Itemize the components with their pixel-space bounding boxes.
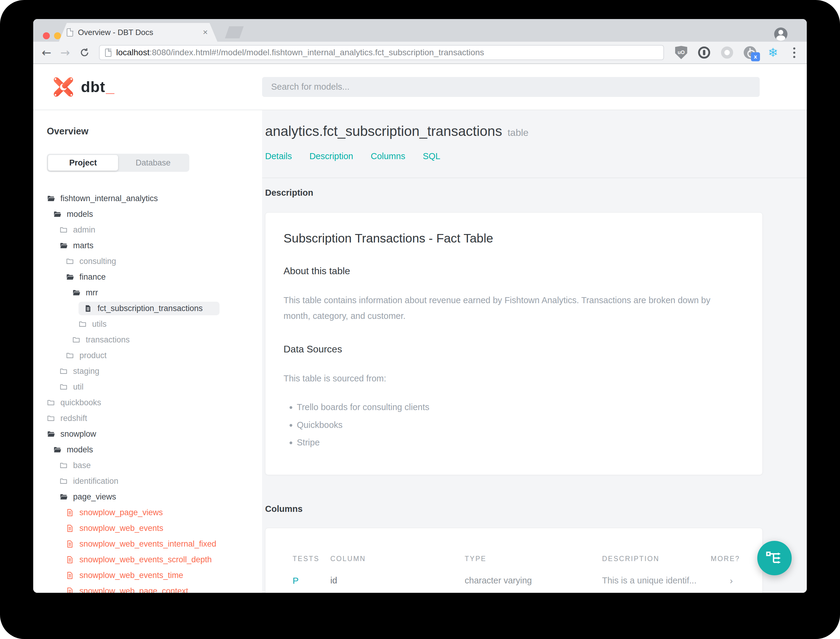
tree-item-snowplow[interactable]: snowplow bbox=[47, 426, 262, 442]
new-tab-button[interactable] bbox=[225, 26, 244, 38]
tab-close-icon[interactable]: × bbox=[201, 27, 210, 37]
tree-item-models[interactable]: models bbox=[47, 206, 262, 222]
onepassword-extension-icon[interactable] bbox=[698, 46, 710, 59]
tab-project[interactable]: Project bbox=[48, 155, 118, 171]
close-window-button[interactable] bbox=[43, 32, 50, 39]
table-row-customer_id[interactable]: F Ncustomer_idcharacter varyingThe uniqu… bbox=[292, 591, 735, 593]
reload-button[interactable] bbox=[79, 47, 90, 58]
tree-item-mrr[interactable]: mrr bbox=[47, 285, 262, 300]
ublock-extension-icon[interactable]: uO bbox=[675, 46, 688, 59]
browser-tab[interactable]: Overview - DBT Docs × bbox=[59, 23, 218, 42]
tree-item-transactions[interactable]: transactions bbox=[47, 332, 262, 348]
dbt-logo[interactable]: dbt_ bbox=[52, 76, 262, 98]
back-button[interactable]: ← bbox=[42, 47, 51, 58]
tree-item-label: finance bbox=[79, 272, 106, 282]
snowflake-extension-icon[interactable]: ❄ bbox=[767, 46, 779, 59]
folder-icon bbox=[78, 320, 87, 328]
loop-extension-icon[interactable] bbox=[721, 46, 734, 59]
project-database-toggle: ProjectDatabase bbox=[47, 154, 189, 172]
folder-icon bbox=[47, 399, 55, 407]
browser-tab-strip: Overview - DBT Docs × bbox=[33, 19, 807, 42]
tree-item-snowplow_web_events_time[interactable]: snowplow_web_events_time bbox=[47, 567, 262, 583]
browser-profile-avatar[interactable] bbox=[774, 27, 788, 41]
sidebar: Overview ProjectDatabase fishtown_intern… bbox=[33, 110, 262, 593]
dbt-app-header: dbt_ bbox=[33, 64, 807, 110]
model-search bbox=[262, 77, 760, 97]
folder-open-icon bbox=[53, 446, 61, 454]
tests-badge: P bbox=[292, 575, 330, 586]
address-bar[interactable]: localhost:8080/index.html#!/model/model.… bbox=[99, 45, 664, 60]
tree-item-label: snowplow bbox=[60, 429, 96, 439]
page-favicon-icon bbox=[67, 29, 73, 37]
dbt-logo-underscore: _ bbox=[106, 78, 114, 95]
tree-item-redshift[interactable]: redshift bbox=[47, 410, 262, 426]
tree-item-marts[interactable]: marts bbox=[47, 238, 262, 253]
sidebar-overview-title: Overview bbox=[47, 126, 262, 137]
file-outline-icon bbox=[66, 524, 74, 532]
nav-link-details[interactable]: Details bbox=[265, 151, 292, 161]
tree-item-utils[interactable]: utils bbox=[47, 316, 262, 332]
lineage-graph-button[interactable] bbox=[757, 541, 792, 575]
columns-card: TESTSCOLUMNTYPEDESCRIPTIONMORE? Pidchara… bbox=[265, 528, 763, 593]
tree-item-label: quickbooks bbox=[60, 398, 101, 407]
tree-item-snowplow_web_events_internal_fixed[interactable]: snowplow_web_events_internal_fixed bbox=[47, 536, 262, 552]
tree-item-page_views[interactable]: page_views bbox=[47, 489, 262, 505]
nav-link-description[interactable]: Description bbox=[310, 151, 353, 161]
tree-item-label: snowplow_web_events_scroll_depth bbox=[79, 555, 212, 564]
folder-open-icon bbox=[47, 430, 55, 438]
minimize-window-button[interactable] bbox=[54, 32, 61, 39]
data-source-item: Trello boards for consulting clients bbox=[297, 401, 744, 414]
tree-item-label: snowplow_web_events_internal_fixed bbox=[79, 539, 216, 549]
tree-item-label: utils bbox=[92, 320, 106, 329]
description-section-heading: Description bbox=[265, 178, 763, 198]
table-row-id[interactable]: Pidcharacter varyingThis is a unique ide… bbox=[292, 569, 735, 591]
lineage-graph-icon bbox=[765, 549, 784, 567]
folder-icon bbox=[66, 257, 74, 265]
tree-item-snowplow_web_events[interactable]: snowplow_web_events bbox=[47, 520, 262, 536]
expand-row-icon[interactable]: › bbox=[711, 575, 735, 586]
url-host: localhost bbox=[116, 48, 150, 57]
tree-item-util[interactable]: util bbox=[47, 379, 262, 395]
tab-database[interactable]: Database bbox=[118, 155, 188, 171]
tree-item-label: marts bbox=[73, 241, 94, 250]
tree-item-finance[interactable]: finance bbox=[47, 269, 262, 285]
nav-link-sql[interactable]: SQL bbox=[423, 151, 440, 161]
tree-item-label: models bbox=[67, 210, 93, 219]
tree-item-label: product bbox=[79, 351, 106, 360]
tree-item-fct_subscription_transactions[interactable]: fct_subscription_transactions bbox=[47, 300, 262, 316]
folder-icon bbox=[47, 414, 55, 423]
search-input[interactable] bbox=[262, 77, 760, 97]
browser-menu-icon[interactable] bbox=[790, 48, 798, 58]
tree-item-label: mrr bbox=[86, 288, 98, 297]
proxy-extension-icon[interactable]: x bbox=[744, 46, 756, 59]
tree-item-consulting[interactable]: consulting bbox=[47, 253, 262, 269]
tree-item-snowplow_page_views[interactable]: snowplow_page_views bbox=[47, 505, 262, 520]
folder-icon bbox=[66, 351, 74, 360]
tree-item-label: snowplow_web_events_time bbox=[79, 571, 183, 580]
folder-open-icon bbox=[59, 242, 68, 250]
tree-item-admin[interactable]: admin bbox=[47, 222, 262, 238]
nav-link-columns[interactable]: Columns bbox=[371, 151, 405, 161]
column-header-type: TYPE bbox=[465, 555, 602, 563]
folder-icon bbox=[72, 336, 80, 344]
tree-item-staging[interactable]: staging bbox=[47, 363, 262, 379]
tree-item-snowplow_web_page_context[interactable]: snowplow_web_page_context bbox=[47, 583, 262, 593]
description-card: Subscription Transactions - Fact Table A… bbox=[265, 212, 763, 475]
column-header-tests: TESTS bbox=[292, 555, 330, 563]
page-title: analytics.fct_subscription_transactions bbox=[265, 123, 502, 139]
columns-table-body: Pidcharacter varyingThis is a unique ide… bbox=[292, 569, 735, 593]
dbt-logo-icon bbox=[52, 76, 74, 98]
tree-item-product[interactable]: product bbox=[47, 348, 262, 363]
model-tree: fishtown_internal_analyticsmodelsadminma… bbox=[47, 191, 262, 593]
tree-item-quickbooks[interactable]: quickbooks bbox=[47, 395, 262, 410]
browser-toolbar: ← → localhost:8080/index.html#!/model/mo… bbox=[33, 42, 807, 64]
tree-item-snowplow_web_events_scroll_depth[interactable]: snowplow_web_events_scroll_depth bbox=[47, 552, 262, 567]
tree-item-identification[interactable]: identification bbox=[47, 473, 262, 489]
tree-item-models[interactable]: models bbox=[47, 442, 262, 458]
dbt-logo-text: dbt bbox=[81, 78, 105, 95]
tree-item-fishtown_internal_analytics[interactable]: fishtown_internal_analytics bbox=[47, 191, 262, 206]
folder-icon bbox=[59, 383, 68, 391]
app-content: Overview ProjectDatabase fishtown_intern… bbox=[33, 110, 807, 593]
tree-item-label: fct_subscription_transactions bbox=[97, 304, 203, 313]
tree-item-base[interactable]: base bbox=[47, 458, 262, 473]
